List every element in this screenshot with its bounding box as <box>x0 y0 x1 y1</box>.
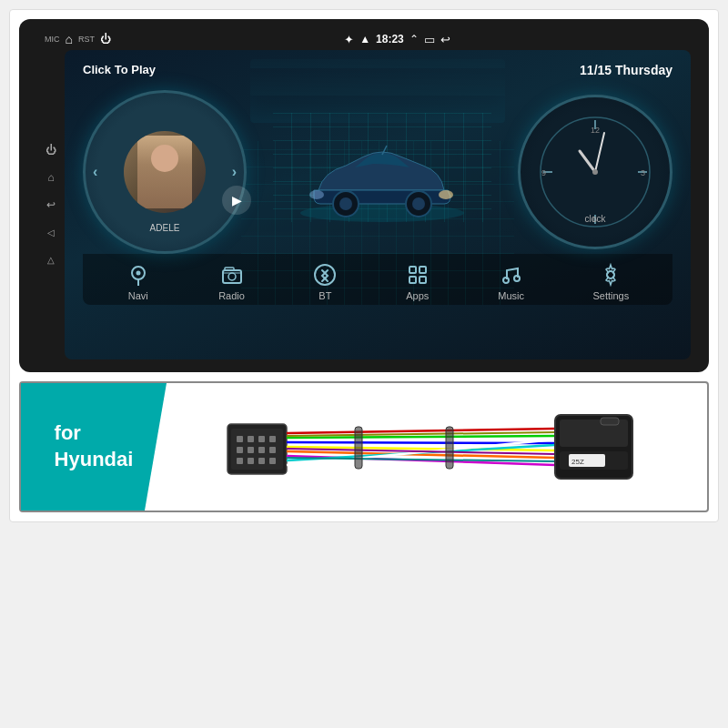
car-center <box>256 122 509 222</box>
date-display: 11/15 Thursday <box>580 63 672 77</box>
artist-name: ADELE <box>150 223 180 233</box>
next-track-btn[interactable]: › <box>232 164 237 180</box>
apps-label: Apps <box>406 290 429 301</box>
navi-label: Navi <box>128 290 148 301</box>
home-icon-top: ⌂ <box>66 32 73 46</box>
svg-rect-22 <box>223 270 241 283</box>
side-buttons: ⏻ ⌂ ↩ ◁ △ <box>37 50 65 359</box>
svg-rect-44 <box>237 458 243 464</box>
svg-point-4 <box>412 197 425 210</box>
svg-rect-42 <box>258 447 265 453</box>
home-side-btn[interactable]: ⌂ <box>43 169 59 186</box>
album-art <box>124 131 206 213</box>
windows-icon: ▭ <box>424 33 435 46</box>
nav-item-settings[interactable]: Settings <box>592 263 629 301</box>
svg-rect-40 <box>237 447 243 453</box>
main-display: Click To Play 11/15 Thursday ‹ ▶ › <box>65 50 691 359</box>
content-row: ‹ ▶ › ADELE <box>83 90 672 254</box>
svg-text:25Z: 25Z <box>571 458 584 466</box>
svg-rect-59 <box>355 427 362 469</box>
svg-rect-38 <box>258 436 265 442</box>
for-text: for <box>55 420 134 447</box>
svg-rect-30 <box>420 277 426 283</box>
radio-icon <box>220 263 244 287</box>
svg-line-18 <box>595 133 604 172</box>
svg-rect-28 <box>420 267 426 273</box>
svg-rect-45 <box>248 458 254 464</box>
bottom-section: for Hyundai <box>19 381 709 512</box>
svg-point-6 <box>309 190 324 199</box>
nav-item-apps[interactable]: Apps <box>406 263 430 301</box>
chevron-up-icon: ⌃ <box>410 33 419 46</box>
svg-point-19 <box>592 169 598 175</box>
svg-rect-46 <box>258 458 265 464</box>
svg-text:9: 9 <box>541 168 546 177</box>
product-card: MIC ⌂ RST ⏻ ✦ ▲ 18:23 ⌃ ▭ ↩ ⏻ ⌂ ↩ ◁ <box>9 9 719 522</box>
music-player: ‹ ▶ › ADELE <box>83 90 247 254</box>
bt-icon <box>313 263 337 287</box>
brand-name: Hyundai <box>55 447 134 473</box>
for-brand-tag: for Hyundai <box>21 383 167 511</box>
mic-label: MIC <box>45 35 60 44</box>
svg-rect-39 <box>269 436 276 442</box>
nav-item-navi[interactable]: Navi <box>126 263 150 301</box>
settings-label: Settings <box>592 290 629 301</box>
wiring-harness-svg: 25Z <box>218 392 655 501</box>
car-silhouette <box>291 122 473 222</box>
click-to-play-label: Click To Play <box>83 63 156 76</box>
back-arrow-icon: ↩ <box>440 33 450 46</box>
svg-rect-27 <box>410 267 416 273</box>
apps-icon <box>406 263 430 287</box>
nav-item-music[interactable]: Music <box>498 263 524 301</box>
svg-point-21 <box>136 271 140 276</box>
music-label: Music <box>498 290 524 301</box>
head-unit: MIC ⌂ RST ⏻ ✦ ▲ 18:23 ⌃ ▭ ↩ ⏻ ⌂ ↩ ◁ <box>19 19 709 372</box>
wiring-section: 25Z <box>167 383 707 511</box>
status-bar: MIC ⌂ RST ⏻ ✦ ▲ 18:23 ⌃ ▭ ↩ <box>37 28 691 50</box>
radio-label: Radio <box>218 290 245 301</box>
svg-point-31 <box>503 278 509 283</box>
settings-icon <box>599 263 622 287</box>
svg-rect-43 <box>269 447 276 453</box>
time-display: 18:23 <box>376 33 404 46</box>
bottom-nav: Navi Radio <box>83 254 672 305</box>
svg-rect-47 <box>269 458 276 464</box>
nav-item-bt[interactable]: BT <box>313 263 337 301</box>
bluetooth-icon: ✦ <box>344 33 354 46</box>
wifi-icon: ▲ <box>359 33 370 46</box>
navi-icon <box>126 263 150 287</box>
vol-up-side-btn[interactable]: △ <box>43 251 59 268</box>
svg-text:3: 3 <box>641 168 645 177</box>
vol-down-side-btn[interactable]: ◁ <box>43 224 59 240</box>
back-side-btn[interactable]: ↩ <box>43 197 59 213</box>
music-icon <box>500 263 523 287</box>
play-button[interactable]: ▶ <box>222 186 251 215</box>
svg-point-26 <box>315 265 335 285</box>
svg-rect-41 <box>248 447 254 453</box>
svg-rect-36 <box>237 436 243 442</box>
bt-label: BT <box>318 290 331 301</box>
svg-point-32 <box>514 276 520 281</box>
svg-rect-37 <box>248 436 254 442</box>
clock-widget: 12 3 6 9 <box>518 95 672 249</box>
svg-line-17 <box>580 151 595 172</box>
power-side-btn[interactable]: ⏻ <box>43 142 59 158</box>
nav-item-radio[interactable]: Radio <box>218 263 245 301</box>
svg-rect-66 <box>601 418 619 425</box>
clock-label: clock <box>585 214 606 224</box>
svg-point-5 <box>439 190 453 199</box>
svg-text:12: 12 <box>591 126 600 135</box>
svg-rect-25 <box>225 268 234 270</box>
power-icon-top: ⏻ <box>100 33 111 46</box>
rst-label: RST <box>78 35 95 44</box>
svg-point-23 <box>228 273 236 280</box>
svg-point-0 <box>300 204 464 222</box>
svg-rect-29 <box>410 277 416 283</box>
svg-point-2 <box>339 197 352 210</box>
svg-rect-60 <box>446 427 453 469</box>
display-header: Click To Play 11/15 Thursday <box>83 59 672 85</box>
prev-track-btn[interactable]: ‹ <box>93 164 97 180</box>
